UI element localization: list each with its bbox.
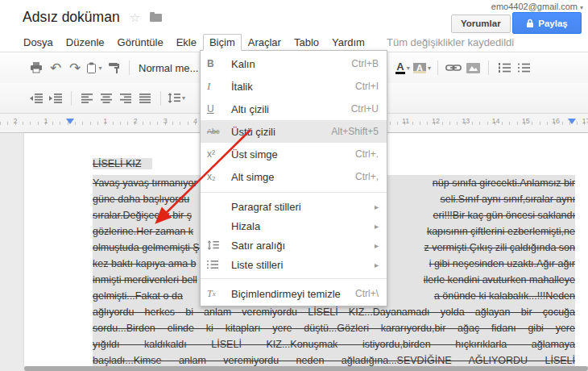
doc-line-right: eri!!!Bir kaç gün öncesi saklandı bbox=[433, 207, 575, 223]
right-indent-marker[interactable] bbox=[568, 119, 576, 124]
ruler-number: 11 bbox=[391, 117, 420, 125]
menu-item-label: İtalik bbox=[231, 81, 355, 93]
menu-item-label: Paragraf stilleri bbox=[231, 201, 375, 213]
list-styles-icon bbox=[207, 260, 231, 269]
menu-item-shortcut: Ctrl+\ bbox=[355, 288, 379, 299]
horizontal-scrollbar[interactable] bbox=[24, 366, 588, 371]
menu-bicim[interactable]: Biçim bbox=[203, 34, 242, 51]
submenu-arrow-icon: ▸ bbox=[375, 202, 379, 211]
redo-icon[interactable]: ↷ bbox=[65, 58, 85, 77]
menu-item-paragraf-stilleri[interactable]: Paragraf stilleri ▸ bbox=[201, 197, 387, 216]
menu-item-kalin[interactable]: B Kalın Ctrl+B bbox=[201, 52, 387, 75]
doc-line-right: z vermişti.Çıkış zili çaldığında son bbox=[424, 240, 575, 256]
menu-item-shortcut: Ctrl+B bbox=[351, 58, 379, 69]
menu-item-shortcut: Ctrl+I bbox=[355, 81, 379, 92]
ruler-number: 2 bbox=[0, 117, 31, 125]
italic-icon: I bbox=[207, 80, 231, 93]
account-email: emo4402@gmail.com bbox=[491, 2, 578, 11]
align-left-icon[interactable] bbox=[77, 89, 97, 108]
menu-item-label: Satır aralığı bbox=[231, 240, 375, 252]
decrease-indent-icon[interactable] bbox=[27, 89, 46, 108]
toolbar-divider bbox=[129, 60, 130, 75]
clear-formatting-x: x bbox=[213, 290, 216, 298]
menu-item-ustu-cizili[interactable]: Abc Üstü çizili Alt+Shift+5 bbox=[201, 120, 387, 143]
doc-heading-text: LİSELİ KIZ bbox=[93, 158, 152, 169]
menu-yardim[interactable]: Yardım bbox=[325, 34, 371, 51]
share-button-label: Paylaş bbox=[538, 19, 567, 28]
doc-line-left: kez baktı kapıya ama b bbox=[93, 256, 197, 272]
align-right-icon[interactable] bbox=[116, 89, 135, 108]
undo-icon[interactable]: ↶ bbox=[46, 58, 65, 77]
doc-line-left: olmuştuda gelmemişti Ş bbox=[93, 240, 200, 256]
chevron-down-icon: ▾ bbox=[98, 65, 101, 72]
menu-dosya[interactable]: Dosya bbox=[17, 34, 60, 51]
menu-item-alti-cizili[interactable]: U Altı çizili Ctrl+U bbox=[201, 98, 387, 120]
highlight-color-icon[interactable]: A▾ bbox=[412, 58, 432, 77]
ruler-number: 12 bbox=[420, 117, 450, 125]
menu-araclar[interactable]: Araçlar bbox=[242, 34, 288, 51]
menu-ekle[interactable]: Ekle bbox=[170, 34, 203, 51]
lock-icon bbox=[526, 19, 534, 28]
doc-line-left: gözlerine.Her zaman k bbox=[93, 223, 193, 240]
menu-item-label: Kalın bbox=[231, 58, 351, 70]
increase-indent-icon[interactable] bbox=[46, 89, 65, 108]
google-docs-window: emo4402@gmail.com▾ Adsız doküman ☆ Yorum… bbox=[0, 0, 588, 371]
menu-separator bbox=[201, 192, 387, 193]
paint-format-icon[interactable] bbox=[104, 58, 123, 77]
doc-line-left: güne daha başlıyordu bbox=[93, 191, 189, 207]
ruler-number: 13 bbox=[451, 117, 481, 125]
doc-heading-line: LİSELİ KIZ bbox=[93, 158, 152, 169]
left-indent-marker[interactable] bbox=[66, 119, 74, 124]
chevron-down-icon: ▾ bbox=[407, 65, 410, 72]
underline-icon: U bbox=[207, 103, 231, 115]
chevron-down-icon: ▾ bbox=[182, 94, 185, 102]
doc-line: yığıldı kaldıkaldı LİSELİ KIZ...Konuşmak… bbox=[93, 336, 575, 352]
comments-button[interactable]: Yorumlar bbox=[451, 15, 511, 33]
ruler-number: 16 bbox=[540, 117, 570, 125]
doc-line-right: seli.Sınıf aynı sınıf,sıralar aynı bbox=[441, 191, 575, 207]
submenu-arrow-icon: ▸ bbox=[375, 261, 379, 269]
align-center-icon[interactable] bbox=[97, 89, 116, 108]
menu-duzenle[interactable]: Düzenle bbox=[60, 34, 111, 51]
print-icon[interactable] bbox=[27, 58, 46, 77]
text-color-icon[interactable]: A▾ bbox=[393, 58, 412, 77]
web-clipboard-icon[interactable]: ▾ bbox=[85, 58, 104, 77]
bulleted-list-icon[interactable] bbox=[514, 58, 533, 77]
menu-item-ust-simge[interactable]: x² Üst simge Ctrl+. bbox=[201, 143, 387, 165]
folder-icon[interactable] bbox=[150, 14, 162, 22]
insert-link-icon[interactable] bbox=[444, 58, 463, 77]
line-spacing-menu-icon bbox=[207, 240, 231, 250]
menu-item-shortcut: Ctrl+U bbox=[351, 103, 379, 115]
menu-item-alt-simge[interactable]: x₂ Alt simge Ctrl+, bbox=[201, 165, 387, 188]
submenu-arrow-icon: ▸ bbox=[375, 241, 379, 250]
menu-item-satir-araligi[interactable]: Satır aralığı ▸ bbox=[201, 236, 387, 255]
menu-tablo[interactable]: Tablo bbox=[288, 34, 325, 51]
ruler-number: 15 bbox=[511, 117, 540, 125]
menu-item-shortcut: Ctrl+, bbox=[355, 171, 379, 182]
ruler-number: 14 bbox=[481, 117, 511, 125]
doc-line-right: nüp sınıfa girecekti.Anlamsız bir bbox=[433, 175, 575, 191]
menu-item-label: Altı çizili bbox=[231, 103, 351, 115]
align-justify-icon[interactable] bbox=[135, 89, 155, 108]
toolbar-divider bbox=[71, 91, 72, 106]
toolbar-divider bbox=[160, 91, 161, 106]
insert-image-icon[interactable] bbox=[463, 58, 482, 77]
line-spacing-icon[interactable]: ▾ bbox=[167, 89, 186, 108]
ruler-number: 3 bbox=[151, 117, 180, 125]
menu-item-hizala[interactable]: Hizala ▸ bbox=[201, 216, 387, 236]
menu-item-italik[interactable]: I İtalik Ctrl+I bbox=[201, 75, 387, 98]
doc-line: sordu...Birden elinde ki kitapları yere … bbox=[93, 320, 575, 336]
menu-goruntule[interactable]: Görüntüle bbox=[111, 34, 170, 51]
document-title[interactable]: Adsız doküman bbox=[23, 9, 120, 26]
menu-item-label: Hizala bbox=[231, 220, 375, 232]
toolbar-divider bbox=[437, 60, 438, 75]
doc-line-left: inmişti merdivenleri bell bbox=[93, 272, 197, 288]
account-menu[interactable]: emo4402@gmail.com▾ bbox=[491, 2, 583, 11]
numbered-list-icon[interactable] bbox=[495, 58, 514, 77]
star-icon[interactable]: ☆ bbox=[130, 10, 140, 25]
menu-separator bbox=[201, 278, 387, 279]
menu-item-liste-stilleri[interactable]: Liste stilleri ▸ bbox=[201, 255, 387, 274]
menu-item-bicimlendirmeyi-temizle[interactable]: Tx Biçimlendirmeyi temizle Ctrl+\ bbox=[201, 283, 387, 304]
share-button[interactable]: Paylaş bbox=[512, 12, 582, 34]
paragraph-style-selector[interactable]: Normal me... bbox=[139, 62, 198, 74]
